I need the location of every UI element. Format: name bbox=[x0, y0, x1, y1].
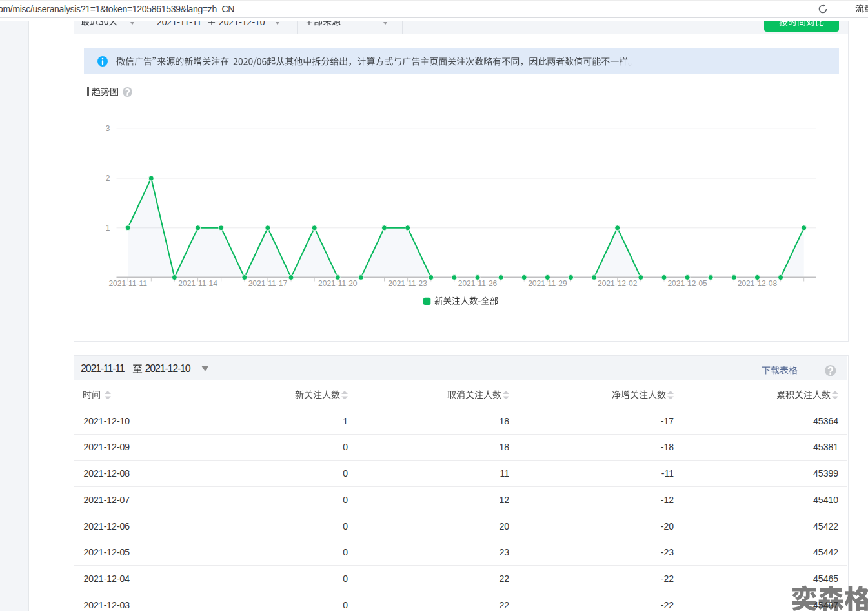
svg-text:2: 2 bbox=[106, 174, 110, 183]
svg-text:2021-12-05: 2021-12-05 bbox=[667, 279, 707, 288]
svg-text:2021-11-29: 2021-11-29 bbox=[528, 279, 567, 288]
svg-text:2021-12-08: 2021-12-08 bbox=[738, 279, 778, 288]
svg-text:2021-11-11: 2021-11-11 bbox=[108, 279, 147, 288]
svg-text:2021-11-26: 2021-11-26 bbox=[458, 279, 498, 288]
svg-text:2021-11-23: 2021-11-23 bbox=[388, 279, 427, 288]
svg-text:2021-12-02: 2021-12-02 bbox=[598, 279, 638, 288]
svg-text:2021-11-20: 2021-11-20 bbox=[318, 279, 358, 288]
svg-text:2021-11-14: 2021-11-14 bbox=[178, 279, 217, 288]
svg-text:3: 3 bbox=[106, 124, 110, 133]
svg-text:2021-11-17: 2021-11-17 bbox=[248, 279, 288, 288]
svg-text:1: 1 bbox=[106, 223, 110, 233]
